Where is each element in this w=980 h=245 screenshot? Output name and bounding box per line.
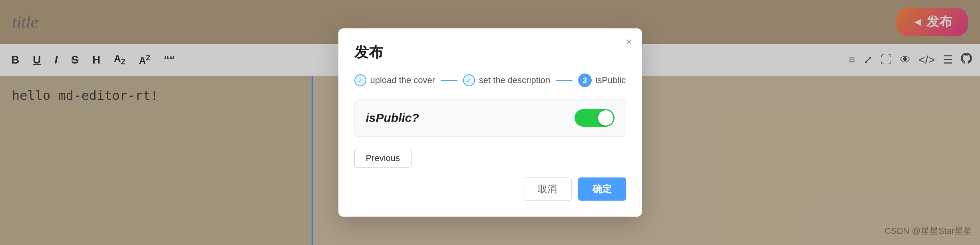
confirm-button[interactable]: 确定 (578, 177, 626, 201)
ispublic-label: isPublic? (366, 111, 419, 125)
toggle-on-label: ON (601, 114, 610, 122)
step-1-label: upload the cover (370, 75, 435, 86)
toggle-wrap: ON (574, 109, 614, 127)
step-3-label: isPublic (596, 75, 626, 86)
modal-overlay: × 发布 ✓ upload the cover ✓ set the descri… (0, 0, 980, 245)
step-3-number: 3 (578, 74, 592, 87)
modal-actions-bottom: 取消 确定 (354, 177, 626, 201)
previous-button[interactable]: Previous (354, 149, 412, 168)
step-2-label: set the description (479, 75, 551, 86)
publish-modal: × 发布 ✓ upload the cover ✓ set the descri… (338, 28, 642, 217)
modal-actions-top: Previous (354, 149, 626, 168)
modal-close-button[interactable]: × (626, 36, 632, 48)
modal-title: 发布 (354, 43, 626, 62)
step-1: ✓ upload the cover (354, 74, 435, 86)
step-3: 3 isPublic (578, 74, 626, 87)
step-line-1 (441, 80, 457, 81)
step-2-check: ✓ (463, 74, 475, 86)
cancel-button[interactable]: 取消 (523, 177, 572, 201)
ispublic-section: isPublic? ON (354, 99, 626, 137)
step-line-2 (556, 80, 572, 81)
steps-indicator: ✓ upload the cover ✓ set the description… (354, 74, 626, 87)
step-1-check: ✓ (354, 74, 366, 86)
step-2: ✓ set the description (463, 74, 551, 86)
toggle-switch[interactable]: ON (574, 109, 614, 127)
